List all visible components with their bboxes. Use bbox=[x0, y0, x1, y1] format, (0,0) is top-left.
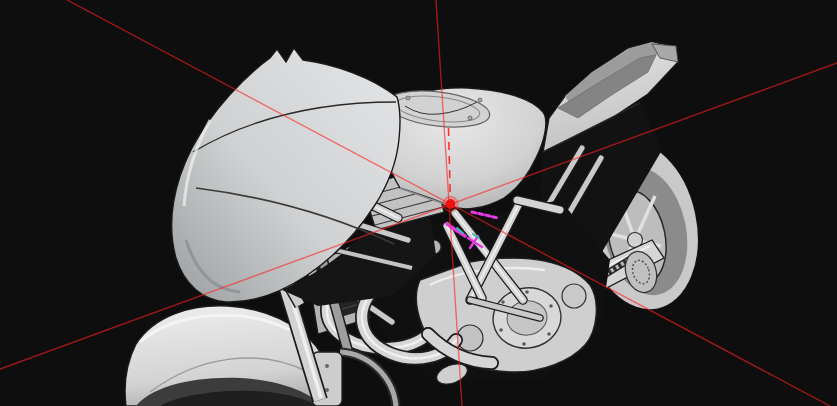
3d-viewport[interactable] bbox=[0, 0, 837, 406]
engine-side-cap bbox=[562, 284, 586, 308]
pivot-point bbox=[446, 199, 456, 209]
render-canvas[interactable] bbox=[0, 0, 837, 406]
